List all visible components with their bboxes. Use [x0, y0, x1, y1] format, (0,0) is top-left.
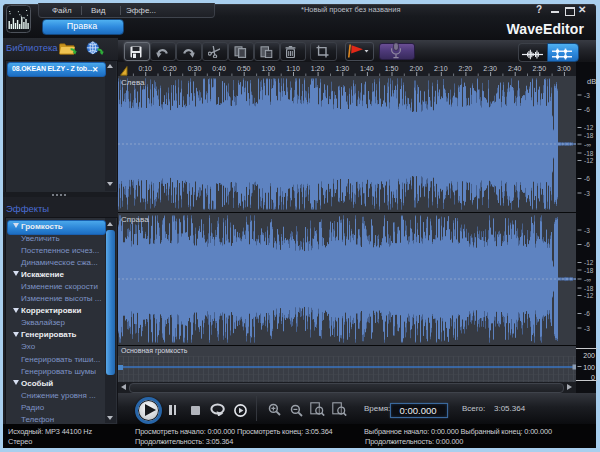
svg-text:-∞: -∞: [584, 141, 591, 148]
svg-text:1:10: 1:10: [286, 65, 300, 72]
svg-text:-3: -3: [584, 92, 590, 99]
svg-text:-3: -3: [584, 325, 590, 332]
svg-text:-12: -12: [584, 124, 594, 131]
svg-text:2:50: 2:50: [532, 65, 546, 72]
svg-text:-6: -6: [584, 106, 590, 113]
svg-text:2:40: 2:40: [508, 65, 522, 72]
svg-text:-6: -6: [584, 241, 590, 248]
svg-text:-3: -3: [584, 190, 590, 197]
svg-text:200: 200: [583, 352, 595, 359]
svg-text:0:50: 0:50: [237, 65, 251, 72]
svg-text:-18: -18: [584, 132, 594, 139]
svg-text:-6: -6: [584, 175, 590, 182]
svg-text:2:00: 2:00: [409, 65, 423, 72]
svg-text:100: 100: [583, 364, 595, 371]
svg-text:-18: -18: [584, 150, 594, 157]
svg-text:1:40: 1:40: [360, 65, 374, 72]
svg-text:-3: -3: [584, 227, 590, 234]
svg-text:2:10: 2:10: [434, 65, 448, 72]
svg-text:-18: -18: [584, 267, 594, 274]
svg-text:0:40: 0:40: [212, 65, 226, 72]
svg-text:1:20: 1:20: [311, 65, 325, 72]
svg-text:0: 0: [591, 374, 595, 381]
svg-text:-12: -12: [584, 259, 594, 266]
svg-text:1:30: 1:30: [335, 65, 349, 72]
svg-text:-12: -12: [584, 292, 594, 299]
svg-text:-18: -18: [584, 285, 594, 292]
svg-text:3:00: 3:00: [557, 65, 571, 72]
svg-text:2:20: 2:20: [459, 65, 473, 72]
svg-text:-12: -12: [584, 157, 594, 164]
svg-text:0:30: 0:30: [188, 65, 202, 72]
svg-text:0:10: 0:10: [138, 65, 152, 72]
svg-text:0:20: 0:20: [163, 65, 177, 72]
svg-text:dB: dB: [587, 77, 596, 86]
svg-text:-∞: -∞: [584, 276, 591, 283]
svg-text:2:30: 2:30: [483, 65, 497, 72]
svg-text:1:00: 1:00: [262, 65, 276, 72]
svg-text:-6: -6: [584, 310, 590, 317]
svg-text:1:50: 1:50: [385, 65, 399, 72]
